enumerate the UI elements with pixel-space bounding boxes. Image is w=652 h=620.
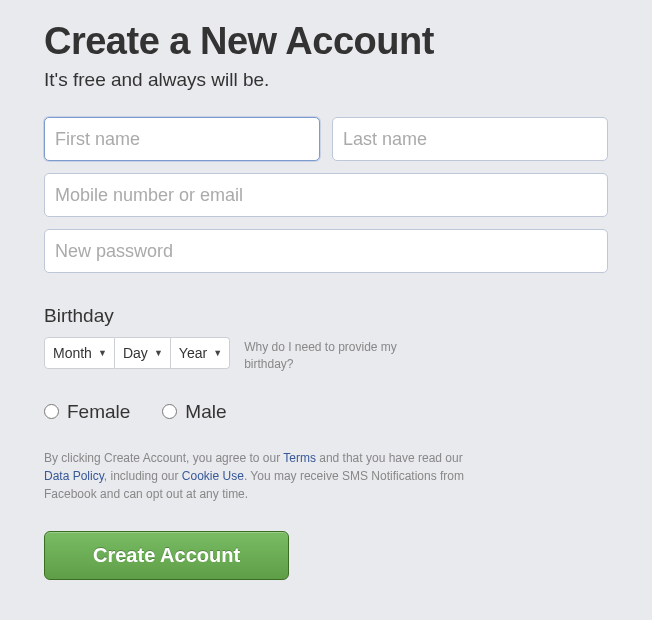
gender-male-option[interactable]: Male bbox=[162, 401, 226, 423]
birthday-help-link[interactable]: Why do I need to provide my birthday? bbox=[244, 337, 429, 373]
chevron-down-icon: ▼ bbox=[98, 348, 107, 358]
disclaimer-text: By clicking Create Account, you agree to… bbox=[44, 449, 464, 503]
birthday-selects: Month ▼ Day ▼ Year ▼ bbox=[44, 337, 230, 369]
gender-male-radio[interactable] bbox=[162, 404, 177, 419]
page-title: Create a New Account bbox=[44, 20, 608, 63]
first-name-input[interactable] bbox=[44, 117, 320, 161]
gender-female-option[interactable]: Female bbox=[44, 401, 130, 423]
year-select[interactable]: Year ▼ bbox=[171, 337, 230, 369]
contact-input[interactable] bbox=[44, 173, 608, 217]
gender-female-label: Female bbox=[67, 401, 130, 423]
last-name-input[interactable] bbox=[332, 117, 608, 161]
birthday-label: Birthday bbox=[44, 305, 608, 327]
gender-male-label: Male bbox=[185, 401, 226, 423]
data-policy-link[interactable]: Data Policy bbox=[44, 469, 104, 483]
month-select-value: Month bbox=[53, 345, 92, 361]
chevron-down-icon: ▼ bbox=[213, 348, 222, 358]
day-select-value: Day bbox=[123, 345, 148, 361]
terms-link[interactable]: Terms bbox=[283, 451, 316, 465]
cookie-use-link[interactable]: Cookie Use bbox=[182, 469, 244, 483]
chevron-down-icon: ▼ bbox=[154, 348, 163, 358]
gender-female-radio[interactable] bbox=[44, 404, 59, 419]
password-input[interactable] bbox=[44, 229, 608, 273]
page-subtitle: It's free and always will be. bbox=[44, 69, 608, 91]
year-select-value: Year bbox=[179, 345, 207, 361]
create-account-button[interactable]: Create Account bbox=[44, 531, 289, 580]
day-select[interactable]: Day ▼ bbox=[115, 337, 171, 369]
month-select[interactable]: Month ▼ bbox=[44, 337, 115, 369]
